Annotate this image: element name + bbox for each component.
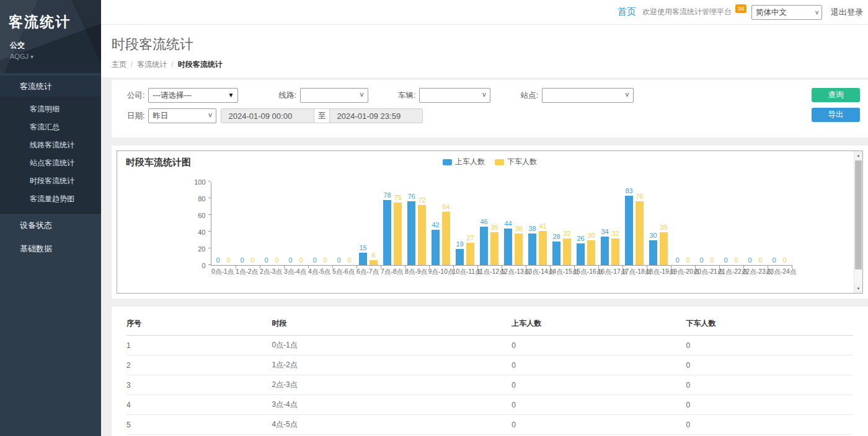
legend-item[interactable]: 下车人数 (495, 157, 537, 167)
sidebar: 客流统计 公交 AQGJ▾ 客流统计 客流明细客流汇总线路客流统计站点客流统计时… (0, 0, 101, 436)
bar: 38 (515, 233, 523, 265)
x-tick-label: 12点-13点 (501, 268, 525, 276)
bar-value-label: 83 (625, 188, 632, 194)
bar-value-label: 41 (539, 223, 546, 230)
page-title: 时段客流统计 (112, 35, 868, 54)
bar-group: 00 (236, 181, 260, 265)
date-preset-select[interactable]: 昨日 (148, 108, 216, 123)
bar-group: 00 (284, 181, 308, 265)
home-link[interactable]: 首页 (618, 6, 636, 18)
x-tick-label: 5点-6点 (332, 268, 356, 276)
bar-group: 2630 (574, 181, 598, 265)
table-header-cell: 时段 (272, 313, 512, 336)
station-label: 站点: (520, 90, 538, 101)
legend-item[interactable]: 上车人数 (443, 157, 485, 167)
sidebar-item-时段客流统计[interactable]: 时段客流统计 (0, 172, 101, 190)
company-select-wrap: ---请选择--- ▼ (148, 88, 238, 103)
breadcrumb-item[interactable]: 主页 (112, 60, 126, 69)
x-tick-label: 6点-7点 (356, 268, 380, 276)
bar-value-label: 19 (456, 241, 463, 248)
bar-group: 8376 (622, 181, 647, 265)
table-header-cell: 序号 (126, 313, 272, 336)
bar: 64 (442, 212, 450, 265)
language-select[interactable]: 简体中文 (751, 5, 822, 20)
scrollbar-thumb[interactable] (855, 160, 862, 269)
bar-group: 156 (356, 181, 381, 265)
table-cell: 0 (686, 375, 853, 395)
bar-value-label: 0 (250, 257, 254, 264)
bar: 44 (504, 229, 512, 265)
bar-value-label: 72 (418, 197, 425, 204)
table-row: 43点-4点00 (126, 395, 853, 415)
export-button[interactable]: 导出 (812, 108, 860, 122)
station-select[interactable] (542, 88, 634, 103)
bar: 26 (577, 243, 585, 265)
x-tick-label: 23点-24点 (767, 268, 791, 276)
org-code-dropdown[interactable]: AQGJ▾ (10, 53, 101, 60)
sidebar-group-passenger-stats[interactable]: 客流统计 (0, 76, 101, 97)
scroll-down-icon[interactable]: ▼ (854, 284, 862, 293)
sidebar-item-base-data[interactable]: 基础数据 (0, 237, 101, 261)
date-start-input[interactable] (221, 109, 314, 123)
bar-value-label: 0 (748, 257, 751, 264)
bar: 28 (552, 242, 560, 265)
breadcrumb: 主页/客流统计/时段客流统计 (112, 59, 868, 70)
x-tick-label: 15点-16点 (574, 268, 598, 276)
bar: 76 (407, 201, 415, 265)
logout-link[interactable]: 退出登录 (831, 7, 863, 18)
sidebar-item-站点客流统计[interactable]: 站点客流统计 (0, 154, 101, 172)
bar: 38 (528, 233, 536, 265)
bar: 41 (539, 231, 547, 265)
vehicle-select[interactable] (419, 88, 490, 103)
table-cell: 2 (126, 355, 272, 375)
x-tick-label: 17点-18点 (622, 268, 646, 276)
table-cell: 0点-1点 (272, 336, 512, 355)
bar-value-label: 30 (649, 232, 657, 239)
bar: 32 (611, 238, 619, 265)
y-tick-label: 60 (198, 212, 205, 219)
line-select[interactable] (300, 88, 368, 103)
table-row: 10点-1点00 (126, 336, 853, 355)
sidebar-item-客流明细[interactable]: 客流明细 (0, 100, 101, 118)
date-range-separator: 至 (314, 109, 330, 123)
bar: 46 (480, 227, 488, 265)
x-tick-label: 9点-10点 (428, 268, 453, 276)
sidebar-item-device-status[interactable]: 设备状态 (0, 214, 101, 237)
legend-label: 下车人数 (507, 157, 537, 167)
breadcrumb-item[interactable]: 客流统计 (137, 60, 167, 69)
bar-value-label: 38 (528, 225, 536, 232)
bar-value-label: 0 (299, 257, 303, 264)
notification-badge: 34 (735, 4, 746, 13)
x-tick-label: 22点-23点 (743, 268, 767, 276)
bar-value-label: 0 (347, 257, 351, 264)
sidebar-item-客流汇总[interactable]: 客流汇总 (0, 118, 101, 136)
bar: 78 (383, 200, 391, 265)
legend-label: 上车人数 (455, 157, 485, 167)
query-button[interactable]: 查询 (812, 88, 860, 102)
content: 公司: ---请选择--- ▼ 线路: ˅ 车辆: ˅ 站点: (101, 77, 868, 436)
bar-group: 7672 (405, 181, 429, 265)
bar-value-label: 0 (699, 257, 703, 264)
chart-legend: 上车人数下车人数 (443, 157, 537, 167)
company-select[interactable]: ---请选择--- (148, 88, 238, 103)
bar-value-label: 78 (383, 192, 391, 199)
filter-panel: 公司: ---请选择--- ▼ 线路: ˅ 车辆: ˅ 站点: (112, 80, 868, 137)
bar-group: 2832 (550, 181, 574, 265)
sidebar-item-客流量趋势图[interactable]: 客流量趋势图 (0, 190, 101, 208)
bar-value-label: 28 (552, 233, 560, 240)
table-cell: 1 (126, 336, 272, 355)
scroll-up-icon[interactable]: ▲ (854, 151, 862, 160)
bar-value-label: 44 (504, 220, 512, 227)
table-cell: 4点-5点 (272, 415, 512, 435)
date-end-input[interactable] (330, 109, 422, 123)
welcome-text: 欢迎使用客流统计管理平台 (642, 7, 732, 17)
bar: 15 (359, 253, 367, 265)
language-select-wrap: 简体中文 ˅ (751, 5, 822, 20)
sidebar-item-线路客流统计[interactable]: 线路客流统计 (0, 136, 101, 154)
filter-row-1: 公司: ---请选择--- ▼ 线路: ˅ 车辆: ˅ 站点: (127, 88, 858, 103)
x-tick-label: 4点-5点 (308, 268, 332, 276)
table-cell: 0 (512, 395, 686, 415)
bar-value-label: 0 (226, 257, 230, 264)
bar: 83 (625, 196, 633, 265)
station-select-wrap: ˅ (542, 88, 634, 103)
